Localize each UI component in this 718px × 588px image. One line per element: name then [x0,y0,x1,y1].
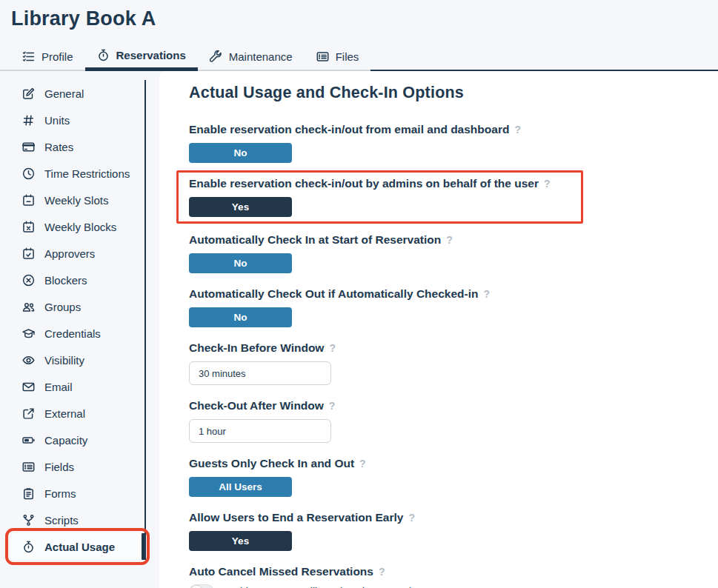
setting-label-text: Check-Out After Window [189,399,324,412]
sidebar-item-label: General [44,87,84,100]
list-check-icon [22,50,35,63]
tab-label: Files [336,50,359,63]
sidebar-item-label: Capacity [44,434,87,447]
sidebar-item-label: Weekly Blocks [44,221,116,233]
toggle-button-automatically-check-in-at-start-of-reservation[interactable]: No [189,253,292,273]
sidebar-item-label: Fields [44,461,74,473]
hash-icon [22,114,35,127]
sidebar-item-email[interactable]: Email [10,373,144,400]
envelope-icon [22,381,35,393]
field-check-in-before-window: Check-In Before Window? [189,341,696,385]
tab-reservations[interactable]: Reservations [85,43,198,71]
x-circle-icon [22,274,35,287]
field-automatically-check-out-if-automatically-checked-in: Automatically Check Out if Automatically… [189,287,696,327]
setting-label-text: Automatically Check In at Start of Reser… [189,233,441,246]
sidebar-item-actual-usage[interactable]: Actual Usage [10,533,144,560]
stopwatch-icon [97,49,110,61]
sidebar-item-label: Actual Usage [44,541,115,553]
page-title: Library Book A [0,0,718,30]
sidebar-item-label: Credentials [44,327,101,340]
help-icon[interactable]: ? [408,512,415,524]
setting-label: Allow Users to End a Reservation Early? [189,511,696,524]
tab-profile[interactable]: Profile [10,43,85,71]
help-icon[interactable]: ? [446,234,453,246]
setting-label: Check-Out After Window? [189,399,696,412]
setting-label-text: Allow Users to End a Reservation Early [189,511,403,524]
tab-files[interactable]: Files [305,43,371,71]
sidebar-item-general[interactable]: General [10,80,144,107]
sidebar-item-label: Time Restrictions [44,167,130,180]
sidebar-item-scripts[interactable]: Scripts [10,507,144,533]
sidebar-item-weekly-blocks[interactable]: Weekly Blocks [10,213,144,240]
card-list-icon [316,50,329,63]
sidebar-item-label: Groups [44,301,81,313]
setting-label: Automatically Check In at Start of Reser… [189,233,696,247]
sidebar-item-credentials[interactable]: Credentials [10,320,144,347]
setting-label: Enable reservation check-in/out from ema… [189,123,696,136]
help-icon[interactable]: ? [544,178,551,190]
setting-label: Guests Only Check In and Out? [189,457,696,470]
toggle-button-enable-reservation-check-in-out-from-email-and-dashboard[interactable]: No [189,143,292,163]
people-icon [22,301,35,313]
sidebar-item-capacity[interactable]: Capacity [10,427,144,453]
stopwatch-icon [22,541,35,553]
field-guests-only-check-in-and-out: Guests Only Check In and Out?All Users [189,457,696,497]
sidebar-item-blockers[interactable]: Blockers [10,267,144,293]
git-branch-icon [22,514,35,527]
field-automatically-check-in-at-start-of-reservation: Automatically Check In at Start of Reser… [189,233,696,273]
sidebar-item-units[interactable]: Units [10,107,144,133]
help-icon[interactable]: ? [514,124,521,136]
content-heading: Actual Usage and Check-In Options [189,84,696,102]
sidebar-item-rates[interactable]: Rates [10,133,144,160]
help-icon[interactable]: ? [329,400,336,412]
battery-icon [22,434,35,447]
setting-label: Auto Cancel Missed Reservations? [189,565,696,578]
tab-maintenance[interactable]: Maintenance [198,43,305,71]
sidebar-item-forms[interactable]: Forms [10,480,144,507]
external-link-icon [22,407,35,420]
content-panel: Actual Usage and Check-In Options Enable… [159,71,718,588]
switch-knob [190,585,203,588]
tab-bar: ProfileReservationsMaintenanceFiles [0,43,718,71]
switch-row: Enable Auto Cancelling Missed Reservatio… [189,584,696,588]
setting-label-text: Auto Cancel Missed Reservations [189,565,373,578]
setting-label-text: Check-In Before Window [189,341,324,354]
field-check-out-after-window: Check-Out After Window? [189,399,696,443]
auto-cancel-switch[interactable] [189,584,214,588]
sidebar-item-label: Approvers [44,247,95,260]
clock-icon [22,167,35,180]
help-icon[interactable]: ? [379,566,385,578]
calendar-x-icon [22,221,35,233]
sidebar-item-label: External [44,407,85,420]
help-icon[interactable]: ? [359,458,366,470]
sidebar-item-fields[interactable]: Fields [10,453,144,480]
settings-form: Enable reservation check-in/out from ema… [189,123,696,588]
sidebar-item-label: Rates [44,141,73,153]
tab-bar-filler [370,43,718,71]
duration-input-check-in-before-window[interactable] [189,361,331,385]
sidebar-item-label: Units [44,114,70,127]
toggle-button-automatically-check-out-if-automatically-checked-in[interactable]: No [189,307,292,327]
sidebar-item-label: Scripts [44,514,79,527]
sidebar-item-weekly-slots[interactable]: Weekly Slots [10,187,144,213]
sidebar-item-visibility[interactable]: Visibility [10,347,144,373]
sidebar-item-approvers[interactable]: Approvers [10,240,144,267]
clipboard-icon [22,487,35,500]
field-allow-users-to-end-a-reservation-early: Allow Users to End a Reservation Early?Y… [189,511,696,551]
sidebar-item-groups[interactable]: Groups [10,293,144,320]
sidebar-item-label: Blockers [44,274,87,287]
help-icon[interactable]: ? [483,288,490,300]
field-enable-reservation-check-in-out-by-admins-on-behalf-of-the-user: Enable reservation check-in/out by admin… [176,170,583,224]
sidebar-item-external[interactable]: External [10,400,144,427]
toggle-button-guests-only-check-in-and-out[interactable]: All Users [189,477,292,497]
calendar-check-icon [22,247,35,260]
sidebar-item-label: Weekly Slots [44,194,108,207]
sidebar-item-label: Forms [44,487,76,500]
sidebar-item-time-restrictions[interactable]: Time Restrictions [10,160,144,187]
sidebar-list: GeneralUnitsRatesTime RestrictionsWeekly… [0,80,146,560]
toggle-button-enable-reservation-check-in-out-by-admins-on-behalf-of-the-user[interactable]: Yes [189,197,292,217]
duration-input-check-out-after-window[interactable] [189,419,331,443]
toggle-button-allow-users-to-end-a-reservation-early[interactable]: Yes [189,531,292,551]
field-enable-reservation-check-in-out-from-email-and-dashboard: Enable reservation check-in/out from ema… [189,123,696,163]
help-icon[interactable]: ? [329,342,336,354]
